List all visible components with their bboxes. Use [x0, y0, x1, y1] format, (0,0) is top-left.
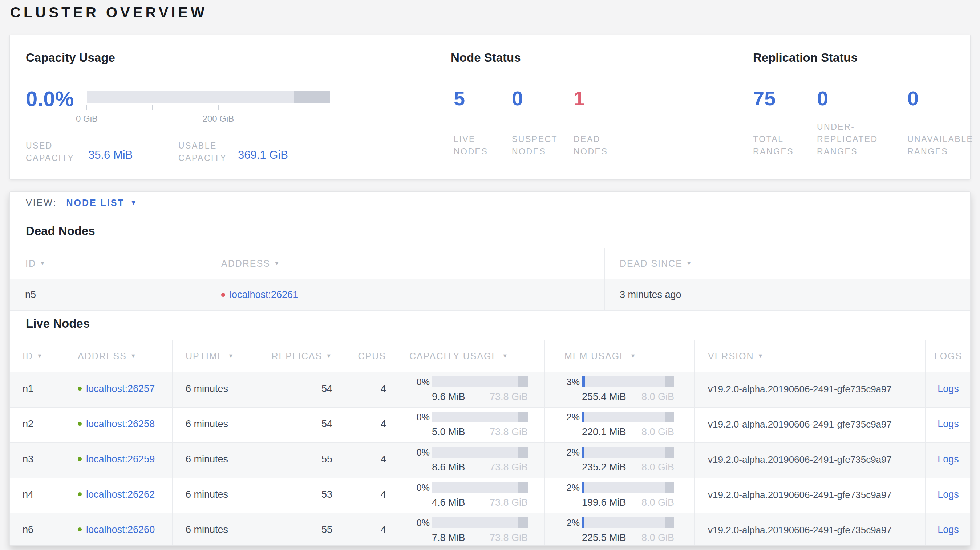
logs-link[interactable]: Logs: [937, 524, 959, 535]
capacity-bar: [432, 517, 528, 528]
view-label: VIEW:: [26, 198, 57, 208]
mem-usage-cell: 2% 199.6 MiB8.0 GiB: [545, 478, 695, 513]
node-status-title: Node Status: [451, 51, 521, 65]
live-nodes-table-header: ID▼ ADDRESS▼ UPTIME▼ REPLICAS▼ CPUS CAPA…: [10, 340, 970, 372]
column-header-id[interactable]: ID▼: [10, 340, 63, 372]
node-address-link[interactable]: localhost:26260: [86, 524, 155, 546]
column-header-dead-since[interactable]: DEAD SINCE▼: [605, 248, 970, 279]
column-header-mem-usage[interactable]: MEM USAGE▼: [545, 340, 695, 372]
version-value: v19.2.0-alpha.20190606-2491-gfe735c9a97: [695, 372, 926, 407]
cpus-value: 4: [346, 513, 401, 546]
capacity-usage-bar: [87, 91, 330, 103]
sort-arrow-icon: ▼: [40, 260, 46, 267]
mem-bar: [582, 412, 674, 423]
replicas-value: 54: [255, 372, 346, 407]
node-address-cell: localhost:26262: [63, 478, 173, 513]
usable-capacity-label: USABLE CAPACITY: [178, 140, 242, 164]
sort-arrow-icon: ▼: [630, 353, 637, 359]
column-header-capacity-usage[interactable]: CAPACITY USAGE▼: [401, 340, 545, 372]
page-title: CLUSTER OVERVIEW: [10, 4, 207, 21]
suspect-nodes-label: SUSPECT NODES: [512, 133, 570, 158]
live-status-dot: [78, 386, 82, 391]
node-id: n2: [10, 408, 63, 442]
mem-bar: [582, 376, 674, 387]
table-row: n1 localhost:26257 6 minutes 54 4 0% 9.6…: [10, 372, 970, 408]
replication-status-title: Replication Status: [753, 51, 858, 65]
sort-arrow-icon: ▼: [37, 353, 43, 359]
sort-arrow-icon: ▼: [326, 353, 332, 359]
total-ranges-count: 75: [753, 86, 775, 110]
dead-nodes-table-header: ID▼ ADDRESS▼ DEAD SINCE▼: [10, 248, 970, 279]
table-row: n5 localhost:26261 3 minutes ago: [10, 279, 970, 311]
axis-tick: [86, 105, 87, 110]
live-status-dot: [78, 457, 82, 461]
table-row: n4 localhost:26262 6 minutes 53 4 0% 4.6…: [10, 478, 970, 513]
unavailable-count: 0: [907, 86, 919, 110]
node-id: n5: [10, 279, 207, 310]
capacity-bar: [432, 376, 528, 387]
capacity-usage-cell: 0% 7.8 MiB73.8 GiB: [401, 513, 545, 546]
under-replicated-count: 0: [817, 86, 828, 110]
capacity-usage-cell: 0% 9.6 MiB73.8 GiB: [401, 372, 545, 407]
node-id: n3: [10, 443, 63, 478]
unavailable-label: UNAVAILABLE RANGES: [907, 133, 980, 158]
node-address-cell: localhost:26261: [207, 279, 605, 310]
dead-nodes-section-title: Dead Nodes: [26, 224, 970, 238]
logs-link[interactable]: Logs: [937, 383, 959, 394]
dead-nodes-label: DEAD NODES: [574, 133, 617, 158]
column-header-replicas[interactable]: REPLICAS▼: [255, 340, 346, 372]
replicas-value: 55: [255, 443, 346, 478]
node-id: n4: [10, 478, 63, 513]
column-header-address[interactable]: ADDRESS▼: [207, 248, 605, 279]
version-value: v19.2.0-alpha.20190606-2491-gfe735c9a97: [695, 408, 926, 442]
capacity-bar: [432, 412, 528, 423]
capacity-usage-title: Capacity Usage: [26, 51, 115, 65]
view-dropdown[interactable]: NODE LIST ▼: [66, 198, 137, 208]
axis-tick: [218, 105, 219, 110]
node-address-link[interactable]: localhost:26257: [86, 383, 155, 407]
logs-link[interactable]: Logs: [937, 489, 959, 500]
column-header-id[interactable]: ID▼: [10, 248, 207, 279]
suspect-nodes-count: 0: [512, 86, 523, 110]
live-status-dot: [78, 492, 82, 496]
column-header-address[interactable]: ADDRESS▼: [63, 340, 173, 372]
node-address-link[interactable]: localhost:26261: [229, 289, 298, 300]
capacity-usage-percent: 0.0%: [26, 86, 74, 111]
table-row: n3 localhost:26259 6 minutes 55 4 0% 8.6…: [10, 443, 970, 478]
node-address-link[interactable]: localhost:26259: [86, 454, 155, 478]
mem-usage-cell: 2% 225.5 MiB8.0 GiB: [545, 513, 695, 546]
usable-capacity-value: 369.1 GiB: [238, 149, 288, 162]
capacity-axis: 0 GiB 200 GiB: [87, 103, 330, 125]
capacity-bar: [432, 447, 528, 458]
capacity-bar: [432, 482, 528, 493]
live-nodes-section-title: Live Nodes: [26, 317, 970, 331]
sort-arrow-icon: ▼: [130, 353, 137, 359]
logs-link[interactable]: Logs: [937, 454, 959, 465]
column-header-version[interactable]: VERSION▼: [695, 340, 926, 372]
column-header-uptime[interactable]: UPTIME▼: [173, 340, 255, 372]
node-id: n6: [10, 513, 63, 546]
axis-tick-label: 0 GiB: [76, 114, 98, 124]
capacity-reserved-segment: [294, 91, 331, 103]
mem-usage-cell: 3% 255.4 MiB8.0 GiB: [545, 372, 695, 407]
mem-bar: [582, 482, 674, 493]
logs-cell: Logs: [926, 408, 970, 442]
view-dropdown-value: NODE LIST: [66, 198, 124, 208]
sort-arrow-icon: ▼: [502, 353, 509, 359]
uptime-value: 6 minutes: [173, 372, 255, 407]
replicas-value: 54: [255, 408, 346, 442]
sort-arrow-icon: ▼: [758, 353, 764, 359]
axis-tick: [152, 105, 153, 110]
logs-link[interactable]: Logs: [937, 418, 959, 429]
capacity-usage-cell: 0% 5.0 MiB73.8 GiB: [401, 408, 545, 442]
node-address-link[interactable]: localhost:26262: [86, 489, 155, 513]
live-nodes-table-body: n1 localhost:26257 6 minutes 54 4 0% 9.6…: [10, 372, 970, 546]
view-bar: VIEW: NODE LIST ▼: [10, 192, 970, 214]
live-status-dot: [78, 422, 82, 426]
axis-tick: [284, 105, 285, 110]
capacity-usage-cell: 0% 4.6 MiB73.8 GiB: [401, 478, 545, 513]
chevron-down-icon: ▼: [130, 199, 137, 207]
node-id: n1: [10, 372, 63, 407]
node-address-link[interactable]: localhost:26258: [86, 418, 155, 442]
live-nodes-label: LIVE NODES: [454, 133, 494, 158]
